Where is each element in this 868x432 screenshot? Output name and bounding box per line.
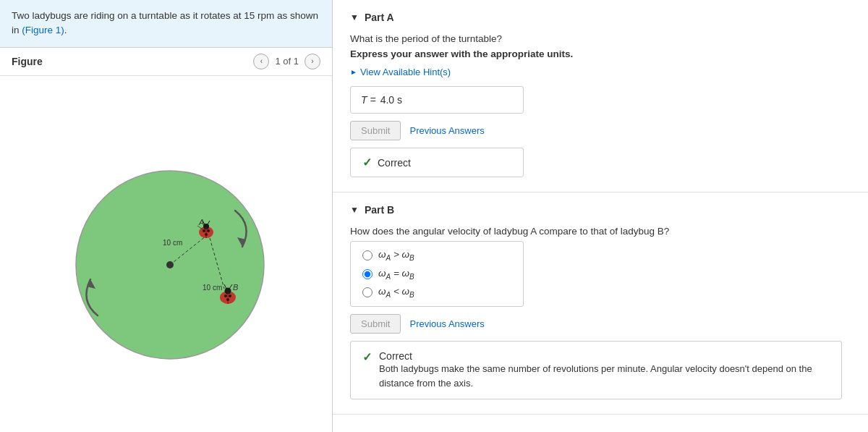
part-b-question: How does the angular velocity of ladybug… bbox=[350, 226, 851, 237]
part-b-correct-box: ✓ Correct Both ladybugs make the same nu… bbox=[350, 341, 842, 399]
part-b-correct-icon: ✓ bbox=[362, 350, 372, 364]
figure-title: Figure bbox=[12, 56, 43, 67]
svg-point-19 bbox=[224, 295, 227, 297]
figure-header: Figure ‹ 1 of 1 › bbox=[0, 48, 332, 76]
part-a-answer-box: T = 4.0 s bbox=[350, 86, 524, 114]
part-b-section: ▼ Part B How does the angular velocity o… bbox=[333, 192, 868, 415]
part-a-header[interactable]: ▼ Part A bbox=[350, 12, 851, 23]
part-b-correct-content: Correct Both ladybugs make the same numb… bbox=[379, 350, 830, 390]
part-b-option-2-label: ωA = ωB bbox=[378, 268, 414, 281]
part-a-label: Part A bbox=[365, 12, 394, 23]
part-a-answer-value: 4.0 s bbox=[380, 94, 402, 106]
part-b-option-2: ωA = ωB bbox=[362, 268, 511, 281]
svg-point-20 bbox=[229, 295, 231, 297]
part-a-actions: Submit Previous Answers bbox=[350, 121, 851, 140]
part-b-header[interactable]: ▼ Part B bbox=[350, 204, 851, 216]
part-a-correct-icon: ✓ bbox=[362, 156, 372, 169]
part-b-option-3-label: ωA < ωB bbox=[378, 286, 414, 299]
svg-text:B: B bbox=[233, 283, 238, 292]
figure-link[interactable]: (Figure 1) bbox=[22, 25, 64, 35]
part-b-option-1: ωA > ωB bbox=[362, 249, 511, 262]
part-b-correct-detail: Both ladybugs make the same number of re… bbox=[379, 363, 812, 389]
part-b-actions: Submit Previous Answers bbox=[350, 314, 851, 334]
part-a-question: What is the period of the turntable? bbox=[350, 33, 851, 44]
part-b-radio-1[interactable] bbox=[362, 250, 373, 261]
figure-count: 1 of 1 bbox=[275, 56, 299, 67]
part-a-prev-answers-link[interactable]: Previous Answers bbox=[409, 125, 484, 136]
part-a-collapse-icon: ▼ bbox=[350, 12, 359, 22]
figure-nav: ‹ 1 of 1 › bbox=[253, 54, 320, 69]
part-b-collapse-icon: ▼ bbox=[350, 205, 359, 215]
left-panel: Two ladybugs are riding on a turntable a… bbox=[0, 0, 333, 432]
part-b-prev-answers-link[interactable]: Previous Answers bbox=[409, 318, 484, 329]
svg-point-8 bbox=[207, 229, 210, 232]
part-b-submit-button[interactable]: Submit bbox=[350, 314, 401, 334]
part-b-option-3: ωA < ωB bbox=[362, 286, 511, 299]
part-b-label: Part B bbox=[365, 204, 394, 216]
svg-text:10 cm: 10 cm bbox=[163, 239, 182, 247]
part-b-correct-label: Correct bbox=[379, 350, 412, 362]
part-a-submit-button[interactable]: Submit bbox=[350, 121, 401, 140]
part-a-instruction: Express your answer with the appropriate… bbox=[350, 48, 851, 59]
turntable-illustration: A 10 cm bbox=[58, 145, 275, 363]
part-a-correct-box: ✓ Correct bbox=[350, 148, 524, 177]
part-a-correct-label: Correct bbox=[378, 157, 411, 169]
part-b-options: ωA > ωB ωA = ωB ωA < ωB bbox=[350, 241, 524, 307]
part-b-radio-2[interactable] bbox=[362, 269, 373, 279]
figure-area: Figure ‹ 1 of 1 › bbox=[0, 48, 332, 433]
part-a-answer-label: T = bbox=[361, 94, 376, 106]
part-b-option-1-label: ωA > ωB bbox=[378, 249, 414, 262]
prev-figure-button[interactable]: ‹ bbox=[253, 54, 269, 69]
problem-text: Two ladybugs are riding on a turntable a… bbox=[0, 0, 332, 48]
right-panel: ▼ Part A What is the period of the turnt… bbox=[333, 0, 868, 432]
svg-text:10 cm: 10 cm bbox=[203, 284, 222, 292]
svg-point-7 bbox=[203, 229, 205, 232]
part-a-hint-text: View Available Hint(s) bbox=[360, 67, 451, 77]
part-a-section: ▼ Part A What is the period of the turnt… bbox=[333, 0, 868, 192]
hint-arrow-icon: ► bbox=[350, 68, 357, 76]
part-b-radio-3[interactable] bbox=[362, 287, 373, 297]
next-figure-button[interactable]: › bbox=[305, 54, 320, 69]
figure-content: A 10 cm bbox=[0, 76, 332, 433]
part-a-hint-link[interactable]: ► View Available Hint(s) bbox=[350, 67, 851, 77]
